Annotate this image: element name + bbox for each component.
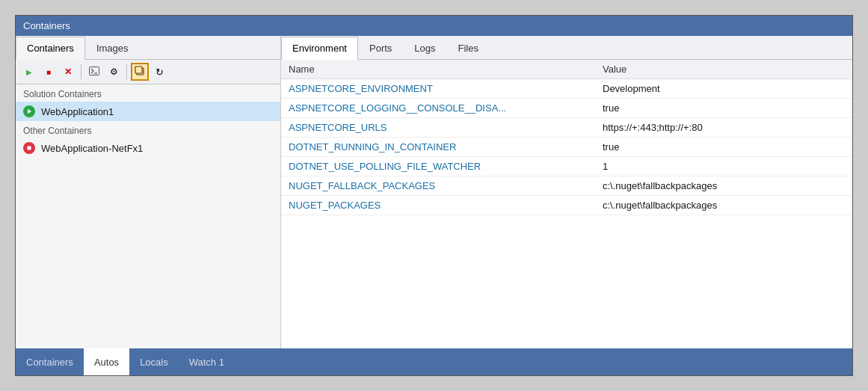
table-row: DOTNET_RUNNING_IN_CONTAINERtrue [281, 138, 852, 157]
running-status-icon [23, 105, 35, 117]
env-value-cell: Development [595, 79, 852, 99]
environment-table-container: Name Value ASPNETCORE_ENVIRONMENTDevelop… [281, 60, 852, 348]
left-toolbar: ▶ ■ ✕ [16, 60, 280, 84]
table-row: ASPNETCORE_URLShttps://+:443;http://+:80 [281, 118, 852, 138]
toolbar-separator-1 [81, 64, 81, 79]
refresh-icon: ↻ [156, 67, 164, 78]
stopped-status-icon [23, 142, 35, 154]
main-window: Containers Containers Images ▶ ■ [15, 15, 853, 376]
env-name-cell: ASPNETCORE_ENVIRONMENT [281, 79, 595, 99]
play-button[interactable]: ▶ [20, 63, 38, 81]
env-value-cell: 1 [595, 157, 852, 176]
copy-icon [135, 66, 145, 78]
play-icon: ▶ [26, 68, 32, 76]
left-panel-content: Solution Containers WebApplication1 Othe… [16, 84, 280, 348]
main-area: Containers Images ▶ ■ ✕ [16, 36, 852, 348]
svg-rect-3 [135, 67, 142, 73]
tab-ports[interactable]: Ports [358, 37, 403, 60]
right-panel: Environment Ports Logs Files Name [281, 36, 852, 348]
table-row: DOTNET_USE_POLLING_FILE_WATCHER1 [281, 157, 852, 176]
bottom-bar: Containers Autos Locals Watch 1 [16, 348, 852, 375]
window-title: Containers [23, 20, 70, 31]
svg-marker-4 [28, 109, 31, 114]
table-row: ASPNETCORE_LOGGING__CONSOLE__DISA...true [281, 99, 852, 118]
env-name-cell: NUGET_FALLBACK_PACKAGES [281, 176, 595, 196]
svg-rect-0 [90, 67, 99, 76]
svg-rect-5 [28, 147, 31, 150]
table-row: NUGET_FALLBACK_PACKAGESc:\.nuget\fallbac… [281, 176, 852, 196]
bottom-tab-watch1[interactable]: Watch 1 [179, 348, 235, 375]
delete-button[interactable]: ✕ [59, 63, 77, 81]
stop-square-icon [26, 145, 32, 151]
env-value-cell: c:\.nuget\fallbackpackages [595, 176, 852, 196]
bottom-tab-autos[interactable]: Autos [84, 348, 129, 375]
env-name-cell: DOTNET_RUNNING_IN_CONTAINER [281, 138, 595, 157]
env-name-cell: ASPNETCORE_LOGGING__CONSOLE__DISA... [281, 99, 595, 118]
left-tabs-row: Containers Images [16, 36, 280, 60]
left-panel: Containers Images ▶ ■ ✕ [16, 36, 281, 348]
col-header-name: Name [281, 60, 595, 79]
env-name-cell: NUGET_PACKAGES [281, 196, 595, 215]
env-value-cell: https://+:443;http://+:80 [595, 118, 852, 138]
terminal-icon [89, 67, 99, 77]
container-name-webapp-netfx: WebApplication-NetFx1 [41, 143, 143, 154]
env-value-cell: true [595, 138, 852, 157]
tab-files[interactable]: Files [447, 37, 490, 60]
table-row: NUGET_PACKAGESc:\.nuget\fallbackpackages [281, 196, 852, 215]
other-containers-header: Other Containers [16, 121, 280, 138]
container-name-webapp1: WebApplication1 [41, 106, 114, 117]
right-tabs-row: Environment Ports Logs Files [281, 36, 852, 60]
refresh-button[interactable]: ↻ [150, 63, 168, 81]
delete-icon: ✕ [64, 67, 72, 77]
env-value-cell: c:\.nuget\fallbackpackages [595, 196, 852, 215]
env-value-cell: true [595, 99, 852, 118]
stop-button[interactable]: ■ [40, 63, 58, 81]
settings-button[interactable]: ⚙ [105, 63, 123, 81]
table-row: ASPNETCORE_ENVIRONMENTDevelopment [281, 79, 852, 99]
tab-logs[interactable]: Logs [403, 37, 446, 60]
solution-containers-header: Solution Containers [16, 84, 280, 102]
container-item-webapp1[interactable]: WebApplication1 [16, 102, 280, 121]
gear-icon: ⚙ [110, 67, 118, 77]
container-item-webapp-netfx[interactable]: WebApplication-NetFx1 [16, 138, 280, 158]
play-triangle-icon [26, 108, 32, 114]
copy-button[interactable] [131, 63, 149, 81]
bottom-tab-locals[interactable]: Locals [129, 348, 179, 375]
title-bar: Containers [16, 16, 852, 36]
tab-environment[interactable]: Environment [281, 37, 358, 60]
table-header-row: Name Value [281, 60, 852, 79]
terminal-button[interactable] [85, 63, 103, 81]
environment-table: Name Value ASPNETCORE_ENVIRONMENTDevelop… [281, 60, 852, 215]
tab-containers[interactable]: Containers [16, 37, 85, 60]
env-name-cell: ASPNETCORE_URLS [281, 118, 595, 138]
env-name-cell: DOTNET_USE_POLLING_FILE_WATCHER [281, 157, 595, 176]
stop-icon: ■ [46, 68, 51, 76]
bottom-tab-containers[interactable]: Containers [16, 348, 84, 375]
col-header-value: Value [595, 60, 852, 79]
tab-images[interactable]: Images [85, 37, 140, 60]
toolbar-separator-2 [126, 64, 127, 79]
